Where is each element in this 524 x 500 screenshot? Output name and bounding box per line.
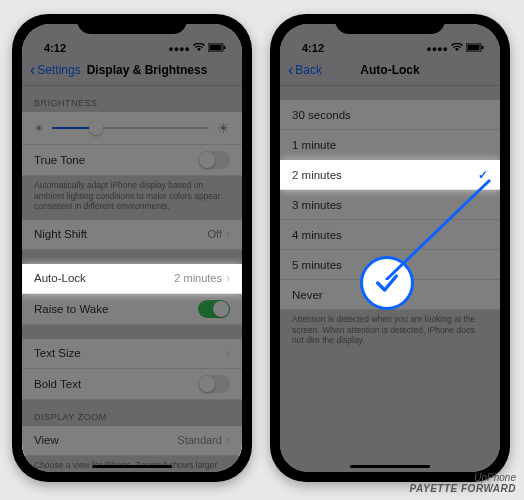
nav-title: Display & Brightness [87, 63, 208, 77]
nav-bar: ‹ Back Auto-Lock [280, 54, 500, 86]
option-label: 3 minutes [292, 199, 342, 211]
wifi-icon [451, 43, 463, 54]
back-label: Settings [37, 63, 80, 77]
chevron-right-icon: › [226, 227, 230, 241]
phone-right: 4:12 ●●●● ‹ Back Auto-Lock [270, 14, 510, 482]
raise-to-wake-cell[interactable]: Raise to Wake [22, 294, 242, 325]
option-label: 2 minutes [292, 169, 342, 181]
true-tone-desc: Automatically adapt iPhone display based… [22, 176, 242, 220]
battery-icon [208, 43, 226, 54]
screen-right: 4:12 ●●●● ‹ Back Auto-Lock [280, 24, 500, 472]
true-tone-label: True Tone [34, 154, 85, 166]
annotation-check-callout [360, 256, 414, 310]
svg-rect-4 [468, 45, 480, 51]
option-label: Never [292, 289, 323, 301]
watermark-line1: UpPhone [410, 472, 516, 483]
bold-text-toggle[interactable] [198, 375, 230, 393]
night-shift-value: Off [208, 228, 222, 240]
chevron-right-icon: › [226, 346, 230, 360]
status-time: 4:12 [302, 42, 324, 54]
option-2-minutes[interactable]: 2 minutes ✓ [280, 160, 500, 190]
view-label: View [34, 434, 59, 446]
option-label: 4 minutes [292, 229, 342, 241]
raise-to-wake-label: Raise to Wake [34, 303, 108, 315]
auto-lock-value: 2 minutes [174, 272, 222, 284]
true-tone-cell[interactable]: True Tone [22, 145, 242, 176]
phone-left: 4:12 ●●●● ‹ Settings Display & Brightnes… [12, 14, 252, 482]
checkmark-icon: ✓ [478, 168, 488, 182]
bold-text-cell[interactable]: Bold Text [22, 369, 242, 400]
text-size-cell[interactable]: Text Size › [22, 339, 242, 369]
wifi-icon [193, 43, 205, 54]
option-3-minutes[interactable]: 3 minutes [280, 190, 500, 220]
bold-text-label: Bold Text [34, 378, 81, 390]
notch [335, 14, 445, 34]
svg-rect-5 [482, 46, 484, 49]
option-label: 1 minute [292, 139, 336, 151]
option-30-seconds[interactable]: 30 seconds [280, 100, 500, 130]
check-icon [373, 269, 401, 297]
battery-icon [466, 43, 484, 54]
screen-left: 4:12 ●●●● ‹ Settings Display & Brightnes… [22, 24, 242, 472]
auto-lock-cell[interactable]: Auto-Lock 2 minutes › [22, 264, 242, 294]
chevron-right-icon: › [226, 271, 230, 285]
back-button[interactable]: ‹ Settings [30, 62, 81, 78]
notch [77, 14, 187, 34]
brightness-slider[interactable] [52, 127, 209, 129]
group-header-zoom: DISPLAY ZOOM [22, 400, 242, 426]
raise-to-wake-toggle[interactable] [198, 300, 230, 318]
option-label: 5 minutes [292, 259, 342, 271]
nav-bar: ‹ Settings Display & Brightness [22, 54, 242, 86]
home-indicator[interactable] [350, 465, 430, 468]
svg-rect-2 [224, 46, 226, 49]
watermark: UpPhone PAYETTE FORWARD [410, 472, 516, 494]
sun-small-icon: ☀ [34, 122, 44, 135]
group-header-brightness: BRIGHTNESS [22, 86, 242, 112]
view-cell[interactable]: View Standard › [22, 426, 242, 456]
view-desc: Choose a view for iPhone. Zoomed shows l… [22, 456, 242, 472]
annotation-circle [360, 256, 414, 310]
sun-large-icon: ☀ [217, 120, 230, 136]
chevron-left-icon: ‹ [30, 62, 35, 78]
text-size-label: Text Size [34, 347, 81, 359]
nav-title: Auto-Lock [280, 63, 500, 77]
true-tone-toggle[interactable] [198, 151, 230, 169]
watermark-line2: PAYETTE FORWARD [410, 483, 516, 494]
option-1-minute[interactable]: 1 minute [280, 130, 500, 160]
night-shift-cell[interactable]: Night Shift Off › [22, 220, 242, 250]
home-indicator[interactable] [92, 465, 172, 468]
option-label: 30 seconds [292, 109, 351, 121]
brightness-slider-cell[interactable]: ☀ ☀ [22, 112, 242, 145]
auto-lock-label: Auto-Lock [34, 272, 86, 284]
chevron-right-icon: › [226, 433, 230, 447]
option-4-minutes[interactable]: 4 minutes [280, 220, 500, 250]
signal-icon: ●●●● [168, 44, 190, 54]
view-value: Standard [177, 434, 222, 446]
status-time: 4:12 [44, 42, 66, 54]
svg-rect-1 [210, 45, 222, 51]
night-shift-label: Night Shift [34, 228, 87, 240]
signal-icon: ●●●● [426, 44, 448, 54]
auto-lock-footer: Attention is detected when you are looki… [280, 310, 500, 354]
